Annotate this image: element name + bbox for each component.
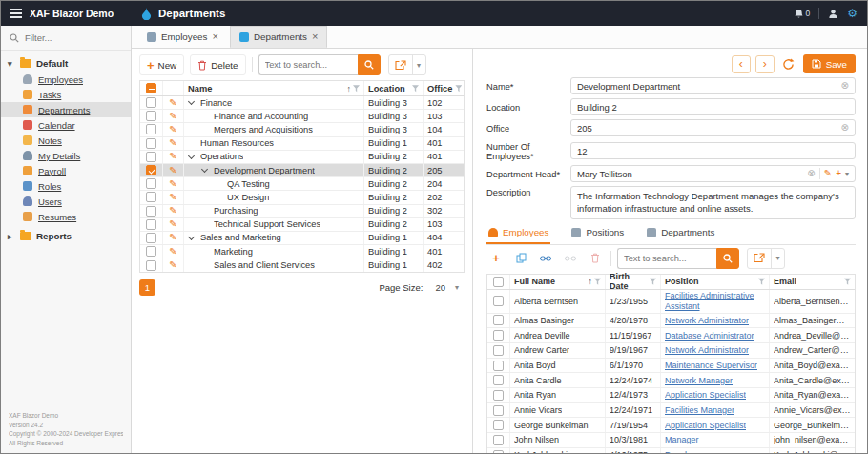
clear-icon[interactable]: ⊗ — [841, 81, 849, 91]
sidebar-item-calendar[interactable]: Calendar — [1, 117, 131, 133]
clear-icon[interactable]: ⊗ — [841, 123, 849, 133]
select-all-checkbox[interactable] — [140, 81, 163, 95]
clear-icon[interactable]: ⊗ — [807, 169, 815, 178]
edit-row-button[interactable]: ✎ — [163, 96, 184, 109]
row-checkbox[interactable] — [140, 110, 163, 122]
export-menu-button[interactable]: ▾ — [412, 55, 425, 74]
nav-group-default[interactable]: ▾ Default — [1, 55, 131, 72]
row-checkbox[interactable] — [140, 164, 163, 176]
table-row[interactable]: ✎ Sales and Marketing Building 1 404 — [140, 232, 464, 245]
menu-toggle-icon[interactable] — [10, 9, 22, 18]
next-record-button[interactable]: › — [755, 55, 775, 73]
table-row[interactable]: ✎ Finance and Accounting Building 3 103 — [140, 110, 464, 123]
settings-button[interactable]: ⚙ — [847, 8, 858, 19]
filter-icon[interactable] — [844, 278, 851, 285]
filter-icon[interactable] — [650, 278, 656, 285]
delete-employee-button[interactable] — [586, 248, 605, 269]
chevron-down-icon[interactable]: ▾ — [845, 170, 849, 178]
position-link[interactable]: Manager — [665, 435, 699, 444]
table-row-selected[interactable]: ✎ Development Department Building 2 205 — [140, 164, 464, 177]
sidebar-item-resumes[interactable]: Resumes — [1, 209, 131, 224]
edit-row-button[interactable]: ✎ — [163, 164, 184, 176]
page-button-1[interactable]: 1 — [139, 279, 155, 296]
edit-row-button[interactable]: ✎ — [163, 151, 184, 163]
position-link[interactable]: Facilities Administrative Assistant — [665, 291, 765, 311]
table-row[interactable]: Alberta Berntsen 1/23/1955 Facilities Ad… — [487, 290, 855, 314]
edit-row-button[interactable]: ✎ — [163, 245, 184, 258]
description-textarea[interactable]: The Information Technology Department ma… — [570, 186, 856, 219]
tab-employees[interactable]: Employees × — [137, 26, 228, 48]
table-row[interactable]: ✎ Purchasing Building 2 302 — [140, 205, 464, 218]
column-header-office[interactable]: Office — [424, 81, 464, 95]
department-head-input[interactable] — [577, 169, 803, 179]
table-row[interactable]: Annie Vicars 12/24/1971 Facilities Manag… — [487, 403, 855, 419]
row-checkbox[interactable] — [140, 245, 163, 258]
sidebar-item-departments[interactable]: Departments — [1, 102, 131, 117]
column-header-location[interactable]: Location — [364, 81, 424, 95]
row-checkbox[interactable] — [140, 177, 163, 190]
sidebar-item-users[interactable]: Users — [1, 194, 131, 209]
table-row[interactable]: Anita Ryan 12/4/1973 Application Special… — [487, 388, 855, 403]
filter-icon[interactable] — [353, 85, 360, 93]
name-input[interactable] — [577, 81, 837, 92]
row-checkbox[interactable] — [487, 388, 510, 402]
edit-row-button[interactable]: ✎ — [163, 258, 184, 272]
position-link[interactable]: Developer — [665, 450, 704, 453]
position-link[interactable]: Database Administrator — [665, 331, 754, 340]
row-checkbox[interactable] — [140, 258, 163, 272]
position-link[interactable]: Application Specialist — [665, 421, 746, 430]
page-size-select[interactable]: 20 ▾ — [429, 280, 465, 295]
delete-button[interactable]: Delete — [190, 54, 245, 75]
unlink-button[interactable] — [561, 248, 580, 269]
table-row[interactable]: ✎ QA Testing Building 2 204 — [140, 177, 464, 191]
table-row[interactable]: ✎ Human Resources Building 1 401 — [140, 137, 464, 151]
table-row[interactable]: Anita Cardle 12/24/1974 Network Manager … — [487, 373, 855, 388]
position-link[interactable]: Network Manager — [665, 376, 733, 385]
filter-icon[interactable] — [455, 85, 462, 93]
tab-departments[interactable]: Departments × — [230, 26, 328, 48]
export-button[interactable] — [389, 55, 412, 74]
row-checkbox[interactable] — [487, 290, 510, 313]
add-lookup-button[interactable]: + — [836, 169, 841, 178]
table-row[interactable]: George Bunkelman 7/19/1954 Application S… — [487, 418, 855, 433]
row-checkbox[interactable] — [487, 448, 510, 453]
row-checkbox[interactable] — [487, 403, 510, 418]
row-checkbox[interactable] — [140, 191, 163, 203]
sidebar-item-payroll[interactable]: Payroll — [1, 163, 131, 178]
sidebar-item-tasks[interactable]: Tasks — [1, 87, 131, 102]
collapse-icon[interactable] — [201, 166, 208, 173]
table-row[interactable]: John Nilsen 10/3/1981 Manager john_nilse… — [487, 433, 855, 448]
table-row[interactable]: ✎ UX Design Building 2 202 — [140, 191, 464, 204]
select-all-checkbox[interactable] — [487, 275, 510, 289]
row-checkbox[interactable] — [140, 123, 163, 135]
notifications-button[interactable]: 0 — [794, 9, 811, 19]
edit-row-button[interactable]: ✎ — [163, 137, 184, 150]
filter-icon[interactable] — [758, 278, 765, 285]
edit-row-button[interactable]: ✎ — [163, 123, 184, 135]
row-checkbox[interactable] — [140, 205, 163, 217]
table-row[interactable]: ✎ Marketing Building 1 401 — [140, 245, 464, 258]
row-checkbox[interactable] — [140, 151, 163, 163]
table-row[interactable]: Andrea Deville 11/15/1967 Database Admin… — [487, 328, 855, 343]
collapse-icon[interactable] — [188, 153, 195, 159]
detail-tab-positions[interactable]: Positions — [569, 226, 626, 244]
table-row[interactable]: ✎ Finance Building 3 102 — [140, 96, 464, 110]
sidebar-item-roles[interactable]: Roles — [1, 178, 131, 194]
edit-row-button[interactable]: ✎ — [163, 232, 184, 244]
table-row[interactable]: ✎ Operations Building 2 401 — [140, 151, 464, 164]
edit-lookup-button[interactable]: ✎ — [824, 169, 832, 178]
search-button[interactable] — [716, 248, 739, 269]
row-checkbox[interactable] — [140, 96, 163, 109]
edit-row-button[interactable]: ✎ — [163, 177, 184, 190]
position-link[interactable]: Network Administrator — [665, 316, 749, 325]
position-link[interactable]: Maintenance Supervisor — [665, 361, 757, 370]
row-checkbox[interactable] — [487, 373, 510, 387]
position-link[interactable]: Network Administrator — [665, 345, 749, 355]
column-header-position[interactable]: Position — [661, 275, 770, 289]
row-checkbox[interactable] — [487, 314, 510, 328]
search-input[interactable] — [617, 248, 716, 269]
user-button[interactable] — [828, 9, 838, 19]
row-checkbox[interactable] — [487, 343, 510, 358]
filter-icon[interactable] — [594, 278, 601, 285]
export-button[interactable] — [748, 249, 771, 268]
